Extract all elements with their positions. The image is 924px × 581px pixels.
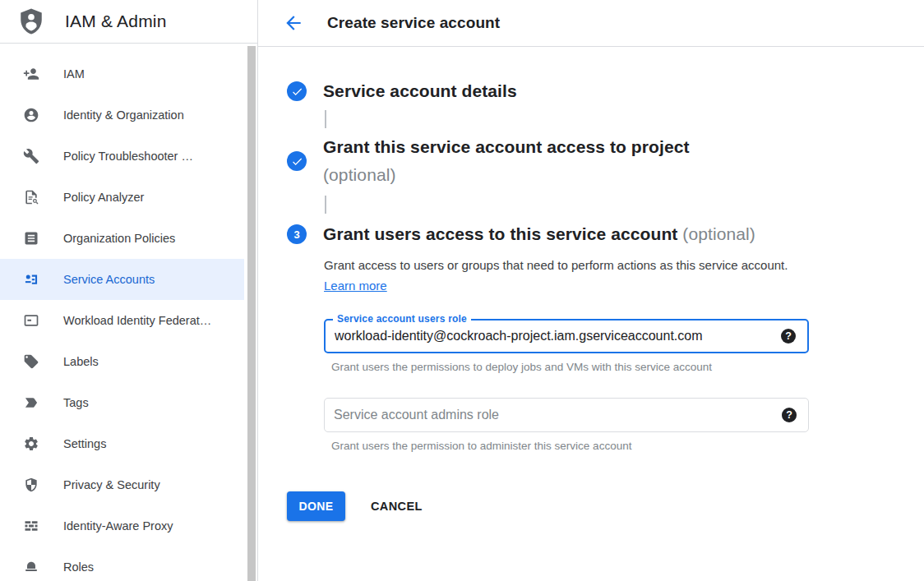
- sidebar-item-settings[interactable]: Settings: [0, 423, 244, 464]
- sidebar-item-privacy-security[interactable]: Privacy & Security: [0, 464, 244, 505]
- step-3-description: Grant access to users or groups that nee…: [324, 255, 797, 296]
- card-icon: [23, 312, 39, 329]
- help-icon[interactable]: [781, 329, 796, 344]
- sidebar-item-label: Policy Analyzer: [63, 191, 144, 204]
- sidebar-item-roles[interactable]: Roles: [0, 546, 244, 581]
- person-add-icon: [23, 66, 39, 82]
- users-role-field-label: Service account users role: [333, 313, 471, 325]
- nav-icon-slot: [23, 230, 39, 247]
- label-tag-icon: [23, 353, 39, 370]
- nav-icon-slot: [23, 518, 39, 534]
- stepper-connector: [325, 110, 326, 128]
- wizard-content: Service account details Grant this servi…: [258, 47, 924, 521]
- person-circle-icon: [23, 107, 39, 123]
- sidebar-nav: IAM Identity & Organization Policy Troub…: [0, 44, 257, 581]
- step-1-completed-indicator: [287, 81, 307, 101]
- sidebar-item-label: Labels: [63, 355, 99, 368]
- step-2-optional-label: (optional): [323, 161, 690, 189]
- cancel-button[interactable]: CANCEL: [371, 500, 423, 513]
- sidebar-item-iam[interactable]: IAM: [0, 53, 244, 95]
- step-2-completed-indicator: [287, 151, 307, 171]
- sidebar-item-label: Privacy & Security: [63, 478, 160, 491]
- page-title: Create service account: [327, 14, 500, 32]
- sidebar-item-label: Policy Troubleshooter …: [63, 150, 193, 163]
- step-1-title: Service account details: [323, 77, 517, 105]
- check-icon: [291, 155, 303, 168]
- back-button[interactable]: [283, 12, 304, 34]
- nav-icon-slot: [23, 394, 39, 411]
- main-panel: Create service account Service account d…: [258, 0, 924, 581]
- done-button[interactable]: DONE: [287, 491, 345, 521]
- admins-role-input[interactable]: [325, 399, 808, 431]
- stepper-connector: [325, 196, 326, 214]
- sidebar-item-policy-analyzer[interactable]: Policy Analyzer: [0, 177, 244, 218]
- app-window: IAM & Admin IAM Identity & Organization …: [0, 0, 924, 581]
- nav-icon-slot: [23, 66, 39, 82]
- step-2-grant-access-to-project[interactable]: Grant this service account access to pro…: [287, 133, 924, 189]
- nav-icon-slot: [23, 189, 39, 205]
- step-3-title: Grant users access to this service accou…: [323, 220, 755, 248]
- step-3-optional-label: (optional): [682, 224, 755, 243]
- wizard-actions: DONE CANCEL: [287, 491, 924, 521]
- learn-more-link[interactable]: Learn more: [324, 279, 387, 293]
- arrow-left-icon: [283, 12, 304, 34]
- step-3-grant-users-access[interactable]: 3 Grant users access to this service acc…: [287, 220, 924, 248]
- sidebar-item-workload-identity-federation[interactable]: Workload Identity Federat…: [0, 300, 244, 341]
- users-role-input[interactable]: [326, 320, 807, 352]
- sidebar-item-label: Roles: [63, 560, 94, 574]
- sidebar-item-label: Settings: [63, 437, 106, 450]
- nav-icon-slot: [23, 148, 39, 164]
- step-3-number-indicator: 3: [287, 224, 307, 244]
- sidebar-header: IAM & Admin: [0, 0, 257, 44]
- sidebar-item-label: Identity-Aware Proxy: [63, 519, 173, 533]
- check-icon: [291, 85, 303, 98]
- sidebar-item-tags[interactable]: Tags: [0, 382, 244, 423]
- sidebar-item-policy-troubleshooter[interactable]: Policy Troubleshooter …: [0, 136, 244, 177]
- main-header: Create service account: [258, 0, 924, 47]
- sidebar-item-label: Tags: [63, 396, 89, 409]
- iam-admin-logo-icon: [17, 7, 45, 35]
- nav-icon-slot: [23, 107, 39, 123]
- sidebar-item-service-accounts[interactable]: Service Accounts: [0, 259, 244, 300]
- sidebar-item-label: IAM: [63, 67, 85, 81]
- sidebar-item-identity-organization[interactable]: Identity & Organization: [0, 95, 244, 136]
- service-account-icon: [23, 271, 39, 288]
- policy-doc-icon: [23, 189, 39, 205]
- step-2-title: Grant this service account access to pro…: [323, 133, 690, 189]
- nav-icon-slot: [23, 312, 39, 329]
- gear-icon: [23, 436, 39, 452]
- sidebar-item-labels[interactable]: Labels: [0, 341, 244, 382]
- nav-icon-slot: [23, 353, 39, 370]
- sidebar-scrollbar[interactable]: [247, 46, 256, 581]
- step-1-service-account-details[interactable]: Service account details: [287, 77, 924, 105]
- sidebar-item-label: Service Accounts: [63, 273, 155, 286]
- wrench-icon: [23, 148, 39, 164]
- shield-half-icon: [23, 477, 39, 493]
- sidebar-item-label: Identity & Organization: [63, 108, 184, 122]
- sidebar-item-identity-aware-proxy[interactable]: Identity-Aware Proxy: [0, 505, 244, 546]
- sidebar-item-organization-policies[interactable]: Organization Policies: [0, 218, 244, 259]
- service-account-admins-role-field: [324, 398, 809, 432]
- help-icon[interactable]: [782, 408, 797, 422]
- sidebar-item-label: Workload Identity Federat…: [63, 314, 211, 327]
- sidebar-title: IAM & Admin: [65, 12, 167, 31]
- nav-icon-slot: [23, 436, 39, 452]
- nav-icon-slot: [23, 559, 39, 575]
- service-account-users-role-field: Service account users role: [324, 319, 809, 353]
- admins-role-helper-text: Grant users the permission to administer…: [331, 440, 924, 452]
- users-role-helper-text: Grant users the permissions to deploy jo…: [331, 361, 924, 373]
- proxy-bricks-icon: [23, 518, 39, 534]
- bowler-hat-icon: [23, 559, 39, 575]
- nav-icon-slot: [23, 271, 39, 288]
- sidebar-item-label: Organization Policies: [63, 232, 175, 245]
- nav-icon-slot: [23, 477, 39, 493]
- sidebar: IAM & Admin IAM Identity & Organization …: [0, 0, 258, 581]
- arrow-tag-icon: [23, 394, 39, 411]
- document-icon: [23, 230, 39, 247]
- step-3-body: Grant access to users or groups that nee…: [324, 255, 924, 452]
